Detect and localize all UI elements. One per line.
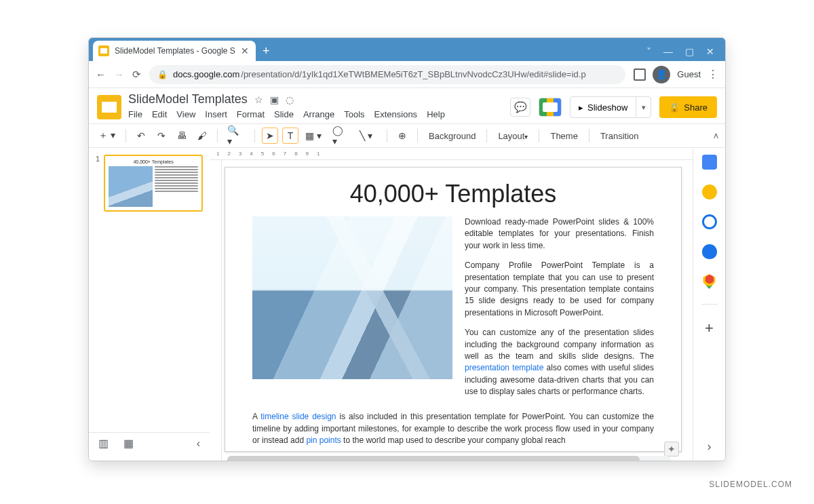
- lock-icon: 🔒: [157, 70, 168, 79]
- tasks-icon[interactable]: [702, 214, 717, 229]
- thumb-text-lines: [155, 166, 198, 207]
- slide-image[interactable]: [252, 216, 452, 379]
- menu-bar: File Edit View Insert Format Slide Arran…: [128, 109, 445, 119]
- profile-avatar-icon[interactable]: 👤: [653, 66, 670, 83]
- menu-slide[interactable]: Slide: [274, 109, 294, 119]
- address-bar: ← → ⟳ 🔒 docs.google.com /presentation/d/…: [89, 61, 725, 88]
- canvas-area: 1234567891 40,000+ Templates Download re…: [210, 148, 693, 461]
- menu-format[interactable]: Format: [237, 109, 265, 119]
- tab-close-icon[interactable]: ✕: [241, 45, 249, 56]
- link-pin-points[interactable]: pin points: [306, 435, 341, 445]
- new-slide-button[interactable]: ＋ ▾: [96, 128, 119, 144]
- browser-menu-button[interactable]: ⋮: [708, 68, 718, 81]
- slide-p2: Company Profile PowerPoint Template is a…: [465, 260, 654, 319]
- workspace: 1 40,000+ Templates ▥ ▦ ‹ 123: [89, 148, 725, 461]
- slide-title[interactable]: 40,000+ Templates: [252, 180, 654, 208]
- menu-insert[interactable]: Insert: [205, 109, 227, 119]
- browser-window: SlideModel Templates - Google S ✕ + ˅ — …: [88, 37, 726, 461]
- slideshow-dropdown[interactable]: ▾: [636, 97, 651, 117]
- keep-icon[interactable]: [702, 185, 717, 199]
- share-button[interactable]: 🔒 Share: [659, 96, 717, 118]
- app-header: SlideModel Templates ☆ ▣ ◌ File Edit Vie…: [89, 88, 725, 119]
- play-icon: ▸: [579, 102, 583, 113]
- minimize-button[interactable]: —: [663, 46, 673, 57]
- slide-number: 1: [96, 155, 100, 212]
- link-timeline[interactable]: timeline slide design: [260, 412, 336, 421]
- close-window-button[interactable]: ✕: [706, 46, 714, 57]
- filmstrip-panel: 1 40,000+ Templates ▥ ▦ ‹: [89, 148, 210, 461]
- slide-p1: Download ready-made PowerPoint slides & …: [465, 216, 654, 252]
- maps-icon[interactable]: [702, 274, 717, 289]
- theme-button[interactable]: Theme: [546, 131, 581, 141]
- horizontal-scrollbar[interactable]: [227, 456, 671, 461]
- menu-arrange[interactable]: Arrange: [303, 109, 334, 119]
- explore-button[interactable]: ✦: [664, 442, 679, 457]
- add-on-button[interactable]: +: [705, 319, 714, 337]
- filmstrip-view-icon[interactable]: ▥: [98, 437, 109, 450]
- image-tool[interactable]: ▦ ▾: [303, 128, 326, 144]
- filmstrip-footer: ▥ ▦ ‹: [89, 432, 210, 454]
- url-input[interactable]: 🔒 docs.google.com /presentation/d/1yIk1q…: [149, 65, 625, 84]
- menu-extensions[interactable]: Extensions: [374, 109, 418, 119]
- reload-button[interactable]: ⟳: [132, 69, 141, 81]
- paint-format-button[interactable]: 🖌: [194, 128, 210, 144]
- forward-button[interactable]: →: [114, 69, 124, 80]
- transition-button[interactable]: Transition: [596, 131, 643, 141]
- layout-button[interactable]: Layout▾: [494, 131, 532, 141]
- star-icon[interactable]: ☆: [254, 94, 263, 105]
- slide-body-text[interactable]: Download ready-made PowerPoint slides & …: [465, 216, 654, 406]
- url-path: /presentation/d/1yIk1qd1XeTWtBMEMe5iT6zT…: [241, 69, 585, 79]
- grid-view-icon[interactable]: ▦: [123, 437, 134, 450]
- thumb-image: [109, 166, 152, 207]
- toolbar: ＋ ▾ ↶ ↷ 🖶 🖌 🔍 ▾ ➤ T ▦ ▾ ◯ ▾ ╲ ▾ ⊕ Backgr…: [89, 123, 725, 148]
- tab-title: SlideModel Templates - Google S: [115, 46, 235, 56]
- undo-button[interactable]: ↶: [133, 128, 149, 144]
- slide-thumbnail[interactable]: 40,000+ Templates: [104, 155, 203, 212]
- new-tab-button[interactable]: +: [263, 44, 270, 58]
- collapse-toolbar-button[interactable]: ʌ: [714, 131, 718, 140]
- extensions-icon[interactable]: [634, 69, 646, 81]
- link-presentation-template[interactable]: presentation template: [465, 363, 543, 372]
- shape-tool[interactable]: ◯ ▾: [330, 128, 353, 144]
- document-title[interactable]: SlideModel Templates: [128, 92, 248, 106]
- slide-p4[interactable]: A timeline slide design is also included…: [252, 411, 654, 446]
- slide-canvas[interactable]: 40,000+ Templates Download ready-made Po…: [225, 167, 682, 452]
- maximize-button[interactable]: ▢: [685, 46, 694, 57]
- menu-help[interactable]: Help: [427, 109, 445, 119]
- comment-tool[interactable]: ⊕: [394, 128, 410, 144]
- share-label: Share: [684, 102, 708, 113]
- slides-logo-icon[interactable]: [97, 95, 121, 119]
- window-controls: ˅ — ▢ ✕: [646, 46, 721, 61]
- url-domain: docs.google.com: [173, 69, 239, 79]
- hide-panel-button[interactable]: ›: [708, 440, 712, 454]
- meet-button[interactable]: [539, 98, 562, 117]
- menu-tools[interactable]: Tools: [344, 109, 364, 119]
- print-button[interactable]: 🖶: [174, 128, 190, 144]
- menu-view[interactable]: View: [176, 109, 195, 119]
- back-button[interactable]: ←: [96, 69, 106, 80]
- line-tool[interactable]: ╲ ▾: [357, 128, 380, 144]
- lock-icon: 🔒: [669, 102, 680, 113]
- zoom-button[interactable]: 🔍 ▾: [225, 128, 248, 144]
- select-tool[interactable]: ➤: [262, 128, 278, 144]
- cloud-status-icon[interactable]: ◌: [286, 94, 294, 105]
- background-button[interactable]: Background: [425, 131, 480, 141]
- slideshow-button[interactable]: ▸ Slideshow: [570, 97, 636, 117]
- thumb-title: 40,000+ Templates: [109, 159, 198, 164]
- comments-button[interactable]: 💬: [510, 98, 530, 117]
- textbox-tool[interactable]: T: [282, 128, 298, 144]
- vertical-ruler: [210, 160, 222, 461]
- calendar-icon[interactable]: [702, 155, 717, 170]
- collapse-panel-icon[interactable]: ‹: [197, 438, 200, 450]
- move-icon[interactable]: ▣: [270, 94, 279, 105]
- side-panel: + ›: [693, 148, 725, 461]
- chevron-down-icon[interactable]: ˅: [646, 46, 651, 57]
- menu-edit[interactable]: Edit: [152, 109, 167, 119]
- contacts-icon[interactable]: [702, 244, 717, 259]
- slides-favicon-icon: [98, 45, 109, 56]
- browser-tab[interactable]: SlideModel Templates - Google S ✕: [93, 41, 256, 61]
- menu-file[interactable]: File: [128, 109, 142, 119]
- horizontal-ruler: 1234567891: [210, 148, 693, 160]
- redo-button[interactable]: ↷: [153, 128, 170, 144]
- watermark: SLIDEMODEL.COM: [709, 480, 792, 489]
